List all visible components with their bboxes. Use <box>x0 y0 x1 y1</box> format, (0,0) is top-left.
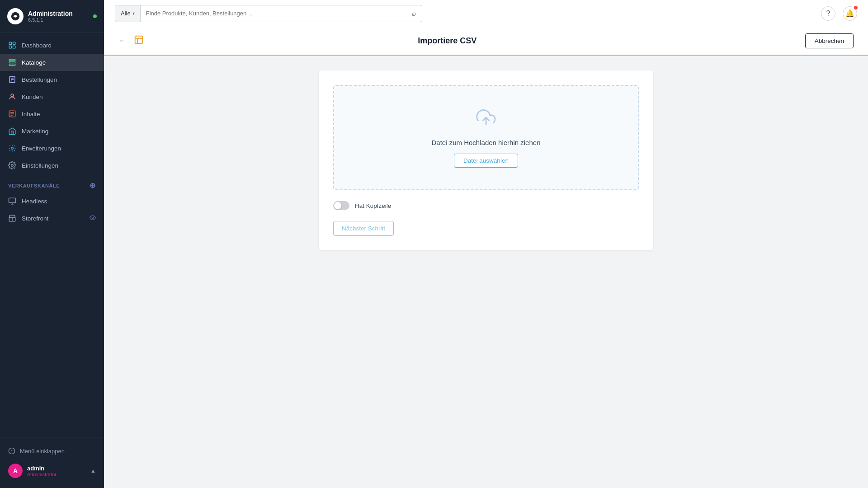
sidebar-item-bestellungen[interactable]: Bestellungen <box>0 71 104 88</box>
kataloge-icon <box>8 58 16 66</box>
svg-rect-5 <box>9 59 15 61</box>
bestellungen-icon <box>8 75 16 84</box>
kataloge-label: Kataloge <box>22 59 46 66</box>
sidebar-item-einstellungen[interactable]: Einstellungen <box>0 157 104 174</box>
has-header-label: Hat Kopfzeile <box>355 202 391 209</box>
svg-rect-28 <box>135 36 143 44</box>
sidebar-item-headless[interactable]: Headless <box>0 192 104 210</box>
help-button[interactable]: ? <box>821 6 835 21</box>
svg-point-24 <box>92 217 94 219</box>
svg-rect-1 <box>9 42 11 44</box>
back-button[interactable]: ← <box>118 36 127 46</box>
topbar: Alle ▾ ⌕ ? 🔔 <box>104 0 868 27</box>
toggle-knob <box>334 202 341 209</box>
page-title: Importiere CSV <box>151 36 744 46</box>
collapse-menu-label: Menü einklappen <box>20 448 65 455</box>
headless-label: Headless <box>22 198 47 205</box>
svg-rect-19 <box>9 198 16 203</box>
sidebar-nav: Dashboard Kataloge Bestellungen Kunden <box>0 33 104 437</box>
search-filter-label: Alle <box>121 10 131 17</box>
page-header: ← Importiere CSV Abbrechen <box>104 27 868 56</box>
main-area: Alle ▾ ⌕ ? 🔔 ← Importiere CSV Abbrechen <box>104 0 868 488</box>
dashboard-label: Dashboard <box>22 42 52 49</box>
user-role: Administrator <box>27 472 57 477</box>
app-name: Administration <box>28 10 73 18</box>
sales-channels-label: Verkaufskanäle <box>8 183 60 188</box>
choose-file-button[interactable]: Datei auswählen <box>454 154 518 168</box>
marketing-icon <box>8 127 16 135</box>
notification-dot <box>854 6 858 9</box>
avatar: A <box>8 464 23 478</box>
sidebar-footer: Menü einklappen A admin Administrator ▲ <box>0 437 104 488</box>
search-icon[interactable]: ⌕ <box>406 9 422 18</box>
cancel-button[interactable]: Abbrechen <box>805 33 854 48</box>
einstellungen-label: Einstellungen <box>22 162 58 169</box>
marketing-label: Marketing <box>22 128 48 135</box>
svg-rect-7 <box>9 64 15 66</box>
import-card: Datei zum Hochladen hierhin ziehen Datei… <box>319 70 653 250</box>
next-step-button[interactable]: Nächster Schritt <box>333 221 394 236</box>
sidebar: Administration 6.5.1.1 Dashboard Katalog… <box>0 0 104 488</box>
einstellungen-icon <box>8 161 16 169</box>
bell-icon: 🔔 <box>845 9 854 18</box>
bestellungen-label: Bestellungen <box>22 76 57 83</box>
sidebar-item-kataloge[interactable]: Kataloge <box>0 54 104 71</box>
sidebar-item-inhalte[interactable]: Inhalte <box>0 105 104 122</box>
cloud-upload-icon <box>476 108 496 131</box>
svg-point-18 <box>11 164 14 167</box>
user-name: admin <box>27 465 57 472</box>
svg-point-12 <box>11 94 14 97</box>
topbar-actions: ? 🔔 <box>821 6 857 21</box>
sidebar-item-storefront[interactable]: Storefront <box>0 210 104 227</box>
drop-zone-text: Datei zum Hochladen hierhin ziehen <box>432 139 541 146</box>
app-logo <box>7 8 24 24</box>
sidebar-item-kunden[interactable]: Kunden <box>0 88 104 105</box>
drop-zone[interactable]: Datei zum Hochladen hierhin ziehen Datei… <box>333 85 639 190</box>
has-header-row: Hat Kopfzeile <box>333 201 639 210</box>
dashboard-icon <box>8 41 16 49</box>
search-container: Alle ▾ ⌕ <box>115 5 422 22</box>
notifications-button[interactable]: 🔔 <box>843 6 857 21</box>
search-filter-chevron-icon: ▾ <box>132 11 135 16</box>
svg-rect-6 <box>9 62 15 63</box>
inhalte-icon <box>8 110 16 118</box>
add-sales-channel-icon[interactable]: ⊕ <box>90 181 96 190</box>
sidebar-header: Administration 6.5.1.1 <box>0 0 104 33</box>
svg-point-17 <box>11 147 14 150</box>
has-header-toggle[interactable] <box>333 201 349 210</box>
sidebar-item-marketing[interactable]: Marketing <box>0 122 104 140</box>
svg-rect-4 <box>13 46 15 48</box>
user-chevron-icon: ▲ <box>90 468 96 474</box>
svg-rect-3 <box>9 46 11 48</box>
breadcrumb-icon <box>134 35 144 47</box>
sidebar-item-erweiterungen[interactable]: Erweiterungen <box>0 140 104 157</box>
online-indicator <box>93 14 97 18</box>
search-input[interactable] <box>141 10 406 17</box>
sidebar-item-dashboard[interactable]: Dashboard <box>0 37 104 54</box>
storefront-label: Storefront <box>22 215 48 222</box>
inhalte-label: Inhalte <box>22 111 40 117</box>
app-version: 6.5.1.1 <box>28 17 73 23</box>
kunden-label: Kunden <box>22 94 43 100</box>
kunden-icon <box>8 93 16 101</box>
collapse-menu-button[interactable]: Menü einklappen <box>0 443 104 459</box>
content-area: ← Importiere CSV Abbrechen Datei zum Hoc… <box>104 27 868 488</box>
sales-channels-section: Verkaufskanäle ⊕ <box>0 174 104 192</box>
headless-icon <box>8 197 16 205</box>
storefront-icon <box>8 214 16 222</box>
search-filter-button[interactable]: Alle ▾ <box>115 5 141 22</box>
erweiterungen-icon <box>8 144 16 152</box>
storefront-eye-icon[interactable] <box>90 215 96 222</box>
user-row[interactable]: A admin Administrator ▲ <box>0 459 104 483</box>
help-icon: ? <box>826 9 830 18</box>
svg-rect-2 <box>13 42 15 44</box>
erweiterungen-label: Erweiterungen <box>22 145 61 152</box>
